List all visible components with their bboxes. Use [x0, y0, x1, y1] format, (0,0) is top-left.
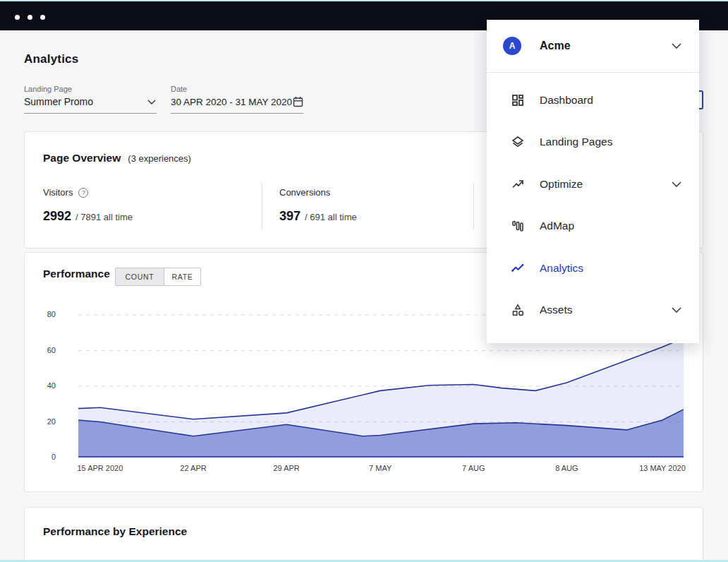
- visitors-value: 2992: [43, 209, 71, 224]
- y-axis-tick-label: 80: [35, 310, 56, 318]
- y-axis-tick-label: 0: [35, 453, 56, 461]
- page-overview-title: Page Overview: [43, 152, 121, 165]
- visitors-label: Visitors: [43, 187, 73, 198]
- conversions-alltime: / 691 all time: [305, 212, 357, 222]
- conversions-value: 397: [279, 209, 301, 224]
- bars-icon: [511, 219, 525, 233]
- menu-item-optimize[interactable]: Optimize: [487, 163, 699, 205]
- landing-page-value: Summer Promo: [24, 96, 93, 107]
- dashboard-grid-icon: [511, 93, 525, 107]
- chevron-down-icon: [672, 307, 681, 313]
- performance-title: Performance: [43, 268, 110, 280]
- landing-page-select[interactable]: Landing Page Summer Promo: [24, 85, 157, 114]
- count-toggle-button[interactable]: COUNT: [116, 268, 164, 285]
- visitors-alltime: / 7891 all time: [75, 212, 133, 222]
- shapes-icon: [511, 303, 525, 317]
- menu-item-admap[interactable]: AdMap: [487, 205, 699, 248]
- date-value: 30 APR 2020 - 31 MAY 2020: [171, 97, 292, 107]
- metric-divider: [473, 183, 474, 229]
- y-axis-tick-label: 20: [35, 417, 56, 426]
- menu-item-assets[interactable]: Assets: [487, 289, 699, 332]
- chevron-down-icon: [672, 43, 681, 49]
- menu-item-landing-pages[interactable]: Landing Pages: [487, 121, 699, 164]
- experiences-count: (3 experiences): [128, 153, 191, 164]
- performance-by-experience-card: Performance by Experience: [24, 507, 703, 562]
- x-axis-tick-label: 13 MAY 2020: [639, 464, 686, 472]
- y-axis-tick-label: 40: [35, 381, 56, 390]
- layers-icon: [511, 135, 525, 149]
- menu-items: Dashboard Landing Pages: [487, 79, 699, 331]
- x-axis-tick-label: 22 APR: [180, 464, 206, 472]
- chevron-down-icon: [672, 181, 681, 187]
- account-name: Acme: [540, 40, 672, 52]
- visitors-metric: Visitors ? 2992 / 7891 all time: [43, 187, 133, 224]
- app-screen: Analytics Landing Page Summer Promo Date…: [0, 0, 728, 562]
- navigation-dropdown-menu: A Acme Dashboard: [487, 20, 699, 343]
- date-label: Date: [171, 85, 303, 93]
- line-chart-icon: [511, 261, 525, 275]
- page-title: Analytics: [24, 52, 78, 66]
- account-switcher[interactable]: A Acme: [487, 20, 699, 73]
- x-axis-tick-label: 29 APR: [273, 464, 299, 472]
- menu-item-dashboard[interactable]: Dashboard: [487, 79, 699, 121]
- calendar-icon[interactable]: [293, 96, 303, 107]
- account-avatar: A: [503, 37, 521, 55]
- conversions-metric: Conversions 397 / 691 all time: [279, 187, 357, 224]
- rate-toggle-button[interactable]: RATE: [164, 268, 200, 285]
- x-axis-tick-label: 15 APR 2020: [77, 464, 123, 472]
- landing-page-label: Landing Page: [24, 85, 157, 93]
- x-axis-tick-label: 8 AUG: [555, 464, 578, 472]
- count-rate-toggle: COUNT RATE: [115, 268, 201, 286]
- metric-divider: [262, 183, 262, 229]
- frame-top-strip: [0, 0, 728, 1]
- chevron-down-icon: [147, 100, 157, 104]
- conversions-label: Conversions: [279, 187, 330, 198]
- help-icon[interactable]: ?: [78, 188, 88, 198]
- window-dots-icon: [15, 15, 45, 20]
- trending-up-icon: [511, 177, 525, 191]
- x-axis-tick-label: 7 AUG: [462, 464, 485, 472]
- x-axis-tick-label: 7 MAY: [369, 464, 392, 472]
- y-axis-tick-label: 60: [35, 346, 56, 354]
- menu-item-analytics[interactable]: Analytics: [487, 247, 699, 289]
- date-range-field[interactable]: Date 30 APR 2020 - 31 MAY 2020: [171, 85, 303, 114]
- performance-by-experience-title: Performance by Experience: [43, 525, 187, 538]
